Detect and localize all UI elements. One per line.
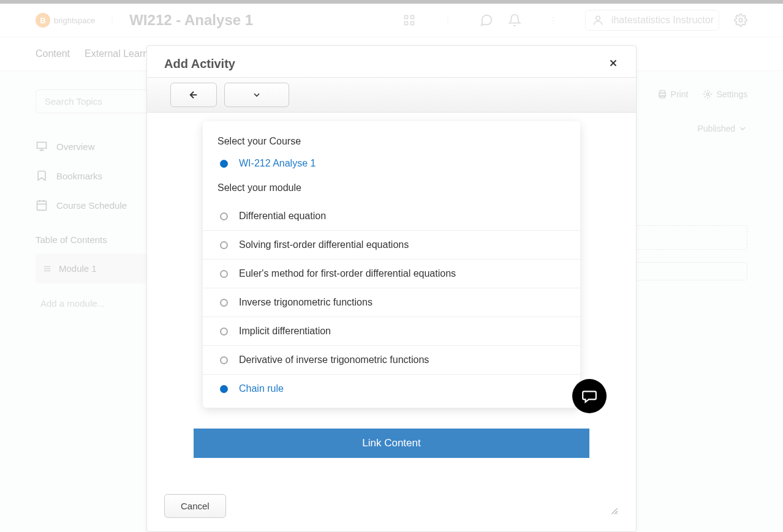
module-option-label: Differential equation [239, 211, 326, 222]
cancel-button[interactable]: Cancel [164, 494, 226, 518]
close-button[interactable] [608, 58, 619, 71]
module-option-label: Euler's method for first-order different… [239, 268, 456, 279]
module-list: Differential equationSolving first-order… [203, 202, 580, 403]
module-option[interactable]: Differential equation [203, 202, 580, 231]
radio-empty-icon [220, 299, 228, 307]
svg-line-23 [611, 508, 617, 514]
module-option-label: Implicit differentiation [239, 326, 331, 337]
module-option[interactable]: Chain rule [203, 375, 580, 403]
select-module-label: Select your module [203, 182, 580, 193]
course-name: WI-212 Analyse 1 [239, 158, 316, 169]
module-option[interactable]: Solving first-order differential equatio… [203, 231, 580, 260]
module-option[interactable]: Inverse trigonometric functions [203, 288, 580, 317]
module-option-label: Chain rule [239, 383, 284, 394]
modal-footer: Cancel [147, 481, 636, 531]
module-option-label: Solving first-order differential equatio… [239, 239, 409, 250]
modal-body: Select your Course WI-212 Analyse 1 Sele… [147, 113, 636, 481]
radio-empty-icon [220, 212, 228, 220]
chat-fab[interactable] [572, 379, 607, 413]
picker-card: Select your Course WI-212 Analyse 1 Sele… [203, 121, 580, 408]
radio-empty-icon [220, 328, 228, 335]
module-option[interactable]: Implicit differentiation [203, 317, 580, 346]
module-option[interactable]: Derivative of inverse trigonometric func… [203, 346, 580, 375]
chat-icon [581, 388, 597, 404]
modal-header: Add Activity [147, 46, 636, 77]
radio-selected-icon [220, 160, 228, 168]
select-course-label: Select your Course [203, 136, 580, 147]
module-option-label: Derivative of inverse trigonometric func… [239, 354, 429, 365]
modal-overlay: Add Activity Select your Course WI-212 A… [0, 0, 783, 532]
modal-title: Add Activity [164, 57, 235, 71]
arrow-left-icon [188, 89, 199, 100]
radio-selected-icon [220, 385, 228, 393]
radio-empty-icon [220, 270, 228, 278]
dropdown-button[interactable] [224, 83, 289, 107]
resize-handle-icon[interactable] [610, 507, 619, 518]
radio-empty-icon [220, 356, 228, 364]
close-icon [608, 58, 619, 69]
module-option-label: Inverse trigonometric functions [239, 297, 373, 308]
module-option[interactable]: Euler's method for first-order different… [203, 260, 580, 288]
svg-line-25 [617, 514, 618, 514]
back-button[interactable] [170, 83, 217, 107]
modal-toolbar [147, 77, 636, 113]
chevron-down-icon [252, 90, 262, 100]
course-option[interactable]: WI-212 Analyse 1 [203, 155, 580, 182]
add-activity-modal: Add Activity Select your Course WI-212 A… [146, 45, 637, 532]
radio-empty-icon [220, 241, 228, 249]
link-content-button[interactable]: Link Content [194, 429, 589, 458]
